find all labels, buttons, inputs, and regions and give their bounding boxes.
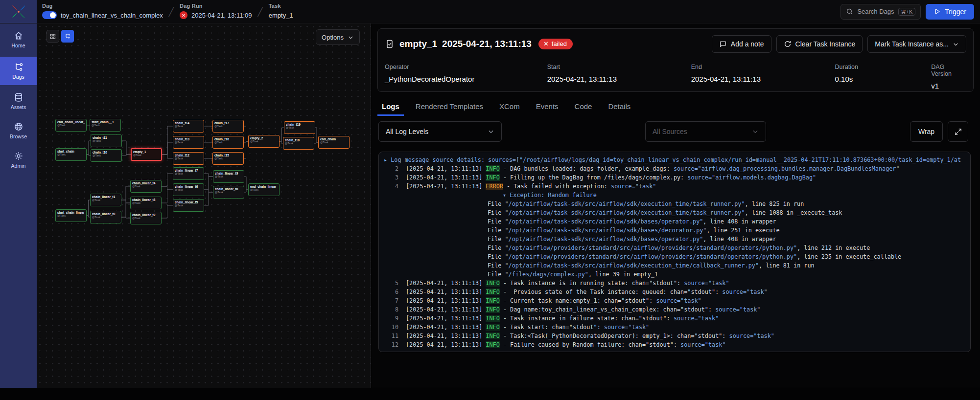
log-line-number: 4 <box>383 182 398 191</box>
log-collapse-toggle[interactable]: ▸ <box>384 156 391 163</box>
search-dags-button[interactable]: Search Dags ⌘+K <box>840 4 921 20</box>
log-line-number: 12 <box>383 340 398 349</box>
dag-node-end_chain_linear__1[interactable]: end_chain_linear__1@Task✓ success <box>55 119 87 132</box>
sidebar-item-browse[interactable]: Browse <box>0 117 37 144</box>
sidebar-item-dags[interactable]: Dags <box>0 57 37 85</box>
dag-node-chain_t17[interactable]: chain_t17@Task⊘ upstream_failed <box>212 120 244 133</box>
dag-node-chain_linear_t6[interactable]: chain_linear_t6@Task✓ success <box>173 183 204 196</box>
chevron-down-icon <box>348 34 354 41</box>
sidebar-item-home[interactable]: Home <box>0 26 37 53</box>
sidebar-item-label: Assets <box>11 104 26 110</box>
log-levels-select[interactable]: All Log Levels <box>378 121 502 142</box>
dag-node-chain_t13[interactable]: chain_t13@Task⊘ upstream_failed <box>173 136 204 149</box>
dag-node-start_chain_linear[interactable]: start_chain_linear@Task✓ success <box>55 209 87 222</box>
task-instance-header-card: empty_1 2025-04-21, 13:11:13 ✕ failed Ad… <box>377 28 974 92</box>
dag-node-chain_linear_t0[interactable]: chain_linear_t0@Task✓ success <box>90 211 121 223</box>
log-output[interactable]: ▸ Log message source details: sources=["… <box>378 152 971 352</box>
dag-node-chain_t12[interactable]: chain_t12@Task⊘ upstream_failed <box>173 152 204 165</box>
log-line: 4[2025-04-21, 13:11:13] ERROR - Task fai… <box>383 182 970 191</box>
browse-icon <box>14 122 23 132</box>
dag-run-link[interactable]: 2025-04-21, 13:11:09 <box>191 12 252 19</box>
meta-end: End2025-04-21, 13:11:13 <box>691 64 835 90</box>
log-line: 6[2025-04-21, 13:11:13] INFO - Previous … <box>383 288 970 296</box>
airflow-logo[interactable] <box>0 0 37 23</box>
tab-logs[interactable]: Logs <box>377 98 404 116</box>
tab-events[interactable]: Events <box>532 98 563 116</box>
dag-node-start_chain[interactable]: start_chain@Task✓ success <box>55 148 87 161</box>
grid-icon <box>50 33 56 40</box>
dag-node-chain_t18[interactable]: chain_t18@Task⊘ upstream_failed <box>283 137 314 150</box>
dag-node-chain_linear_t3[interactable]: chain_linear_t3@Task✓ success <box>130 197 162 209</box>
sidebar-nav: HomeDagsAssetsBrowseAdmin <box>0 23 37 388</box>
dag-node-chain_linear_t8[interactable]: chain_linear_t8@Task✓ success <box>213 186 244 199</box>
dag-graph-panel[interactable]: end_chain_linear__1@Task✓ successstart_c… <box>37 23 371 388</box>
log-sources-select[interactable]: All Sources <box>645 121 766 142</box>
tab-xcom[interactable]: XCom <box>495 98 524 116</box>
dag-node-chain_t16[interactable]: chain_t16@Task⊘ upstream_failed <box>212 136 244 149</box>
log-line-number: 2 <box>383 164 398 173</box>
admin-icon <box>14 151 23 161</box>
status-badge: ✕ failed <box>538 39 573 49</box>
log-line-number: 8 <box>383 305 398 314</box>
dag-node-empty_2[interactable]: empty_2@Task⊘ upstream_failed <box>248 135 280 148</box>
dag-node-end_chain_linear[interactable]: end_chain_linear@Task✓ success <box>248 183 280 196</box>
graph-options-button[interactable]: Options <box>316 29 360 45</box>
graph-view-button[interactable] <box>61 30 74 43</box>
meta-start: Start2025-04-21, 13:11:13 <box>547 64 691 90</box>
action-mark-task-instance-as[interactable]: Mark Task Instance as... <box>867 35 966 53</box>
dag-node-chain_t11[interactable]: chain_t11@Task✓ success <box>91 134 122 147</box>
fullscreen-button[interactable] <box>948 121 968 142</box>
dag-node-chain_t10[interactable]: chain_t10@Task✓ success <box>91 149 122 162</box>
task-instance-panel: empty_1 2025-04-21, 13:11:13 ✕ failed Ad… <box>371 23 980 388</box>
dag-graph-icon <box>65 33 70 40</box>
bottom-strip <box>0 388 980 400</box>
dag-name-link[interactable]: toy_chain_linear_vs_chain_complex <box>61 12 163 19</box>
task-instance-title: empty_1 <box>399 39 437 49</box>
wrap-button[interactable]: Wrap <box>910 121 943 142</box>
log-line: 11[2025-04-21, 13:11:13] INFO - Task:<Ta… <box>383 332 970 340</box>
dag-node-empty_1[interactable]: empty_1@Task✕ failed <box>131 148 162 161</box>
log-line: ▾ Exception: Random failure <box>383 191 970 200</box>
dag-node-chain_linear_t2[interactable]: chain_linear_t2@Task✓ success <box>130 212 162 224</box>
airflow-pinwheel-icon <box>10 3 27 20</box>
breadcrumb: Dag toy_chain_linear_vs_chain_complex ╱ … <box>37 0 293 23</box>
breadcrumb-task: Task empty_1 <box>269 0 293 21</box>
log-collapse-toggle[interactable]: ▾ <box>503 192 510 199</box>
log-line: File "/files/dags/complex.py", line 39 i… <box>383 270 970 279</box>
log-line: File "/opt/airflow/task-sdk/src/airflow/… <box>383 217 970 226</box>
options-label: Options <box>322 34 344 41</box>
log-line: File "/opt/airflow/providers/standard/sr… <box>383 244 970 252</box>
trigger-button[interactable]: Trigger <box>926 4 974 20</box>
expand-icon <box>955 128 962 135</box>
tab-rendered-templates[interactable]: Rendered Templates <box>411 98 488 116</box>
log-line: 3[2025-04-21, 13:11:13] INFO - Filling u… <box>383 173 970 182</box>
dag-node-end_chain[interactable]: end_chain@Task⊘ upstream_failed <box>318 136 350 149</box>
log-line: 10[2025-04-21, 13:11:13] INFO - Task sta… <box>383 323 970 332</box>
tab-code[interactable]: Code <box>570 98 597 116</box>
dag-node-chain_t14[interactable]: chain_t14@Task⊘ upstream_failed <box>173 120 204 133</box>
log-line-number: 6 <box>383 288 398 296</box>
dag-node-chain_linear_t9[interactable]: chain_linear_t9@Task✓ success <box>213 170 244 183</box>
tab-details[interactable]: Details <box>604 98 635 116</box>
meta-operator: Operator_PythonDecoratedOperator <box>385 64 547 90</box>
dag-node-chain_linear_t1[interactable]: chain_linear_t1@Task✓ success <box>90 194 121 206</box>
dag-node-chain_linear_t7[interactable]: chain_linear_t7@Task✓ success <box>173 167 204 180</box>
action-clear-task-instance[interactable]: Clear Task Instance <box>776 35 863 53</box>
log-line: 12[2025-04-21, 13:11:13] INFO - Failure … <box>383 340 970 349</box>
assets-icon <box>14 92 23 102</box>
log-line-number: 10 <box>383 323 398 332</box>
dag-node-chain_t19[interactable]: chain_t19@Task⊘ upstream_failed <box>284 121 315 134</box>
sidebar-item-assets[interactable]: Assets <box>0 88 37 114</box>
dag-node-start_chain__1[interactable]: start_chain__1@Task✓ success <box>90 119 121 132</box>
log-controls: All Log Levels All Sources Wrap <box>371 121 980 143</box>
sidebar-item-admin[interactable]: Admin <box>0 147 37 173</box>
dag-node-chain_linear_t4[interactable]: chain_linear_t4@Task✓ success <box>130 180 162 193</box>
dag-node-chain_t15[interactable]: chain_t15@Task⊘ upstream_failed <box>212 152 244 165</box>
task-actions: Add a noteClear Task InstanceMark Task I… <box>712 35 966 53</box>
dag-node-chain_linear_t5[interactable]: chain_linear_t5@Task✓ success <box>173 199 204 212</box>
detail-tabs: LogsRendered TemplatesXComEventsCodeDeta… <box>377 98 642 116</box>
action-add-a-note[interactable]: Add a note <box>712 35 771 53</box>
dag-pause-toggle[interactable] <box>42 11 57 19</box>
grid-view-button[interactable] <box>47 30 59 43</box>
log-line: 9[2025-04-21, 13:11:13] INFO - Task inst… <box>383 314 970 323</box>
